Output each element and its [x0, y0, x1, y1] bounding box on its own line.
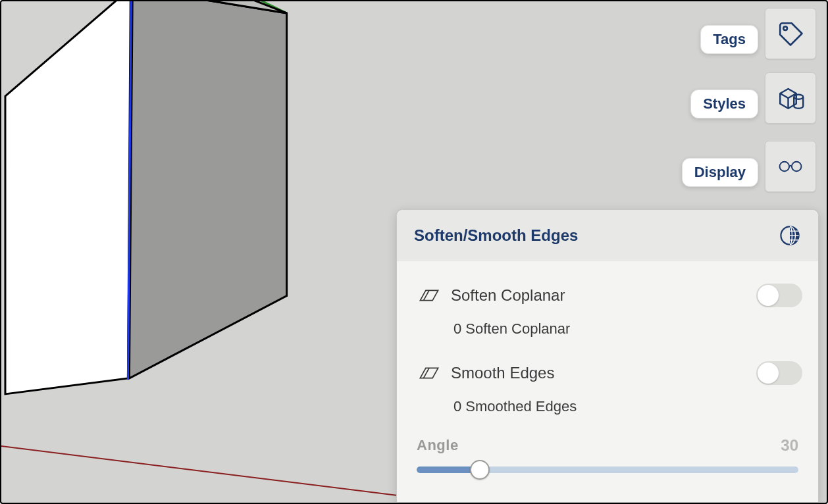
- soften-coplanar-status: 0 Soften Coplanar: [410, 316, 805, 352]
- tags-panel-button[interactable]: [765, 8, 816, 59]
- soften-plane-icon: [413, 286, 446, 305]
- smooth-edges-status: 0 Smoothed Edges: [410, 394, 805, 430]
- svg-marker-5: [5, 1, 130, 394]
- panel-body: Soften Coplanar 0 Soften Coplanar Smooth…: [397, 261, 818, 491]
- smooth-plane-icon: [413, 364, 446, 382]
- soften-coplanar-label: Soften Coplanar: [446, 286, 756, 305]
- display-panel-button[interactable]: [765, 141, 816, 192]
- soften-coplanar-switch[interactable]: [756, 284, 802, 307]
- styles-label-pill: Styles: [690, 89, 758, 118]
- angle-row: Angle 30: [410, 430, 805, 459]
- smooth-edges-label: Smooth Edges: [446, 364, 756, 382]
- angle-label: Angle: [417, 437, 459, 454]
- styles-panel-button[interactable]: [765, 72, 816, 124]
- glasses-icon: [777, 153, 804, 180]
- svg-point-9: [792, 162, 801, 171]
- svg-line-0: [1, 441, 434, 500]
- panel-title: Soften/Smooth Edges: [414, 226, 578, 245]
- svg-point-7: [783, 26, 787, 30]
- smooth-edges-switch[interactable]: [756, 361, 802, 385]
- tags-label-pill: Tags: [700, 25, 758, 54]
- panel-header: Soften/Smooth Edges: [397, 210, 818, 261]
- tag-icon: [777, 20, 804, 47]
- app-stage: Tags Styles Display: [0, 0, 828, 504]
- svg-marker-2: [129, 1, 286, 378]
- smooth-edges-row: Smooth Edges: [410, 352, 805, 394]
- angle-slider[interactable]: [417, 459, 798, 481]
- angle-value: 30: [781, 436, 798, 455]
- display-label-pill: Display: [682, 158, 758, 187]
- angle-slider-thumb[interactable]: [470, 460, 490, 480]
- globe-half-icon: [779, 224, 801, 247]
- soften-smooth-panel: Soften/Smooth Edges: [396, 209, 819, 503]
- soften-coplanar-row: Soften Coplanar: [410, 274, 805, 316]
- svg-point-8: [780, 162, 789, 171]
- box-cylinder-icon: [777, 84, 804, 112]
